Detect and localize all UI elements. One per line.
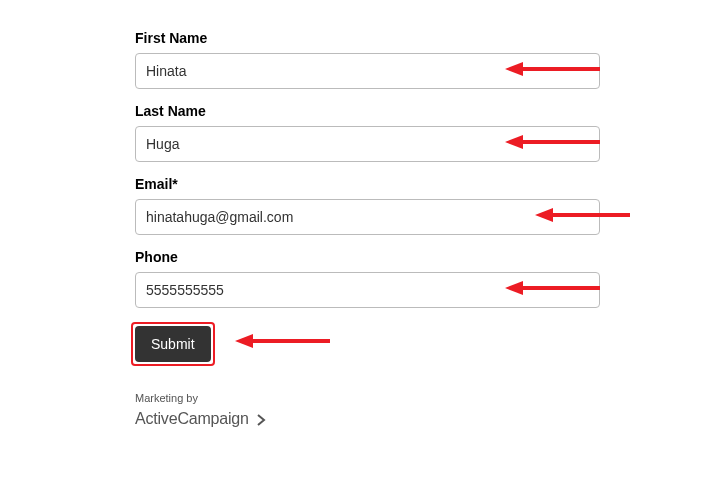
email-label: Email* [135,176,726,192]
first-name-input[interactable] [135,53,600,89]
submit-button[interactable]: Submit [135,326,211,362]
first-name-label: First Name [135,30,726,46]
chevron-right-icon [257,414,267,426]
form-group-last-name: Last Name [135,103,726,162]
brand-campaign-text: Campaign [177,410,248,427]
last-name-input[interactable] [135,126,600,162]
email-input[interactable] [135,199,600,235]
phone-input[interactable] [135,272,600,308]
brand-logo[interactable]: ActiveCampaign [135,410,726,428]
footer: Marketing by ActiveCampaign [135,392,726,428]
phone-label: Phone [135,249,726,265]
brand-active-text: Active [135,410,177,427]
last-name-label: Last Name [135,103,726,119]
svg-marker-9 [235,334,253,348]
form-group-phone: Phone [135,249,726,308]
form-group-email: Email* [135,176,726,235]
submit-wrapper: Submit [135,326,211,362]
form-group-first-name: First Name [135,30,726,89]
marketing-by-text: Marketing by [135,392,726,404]
arrow-annotation-icon [235,332,330,350]
